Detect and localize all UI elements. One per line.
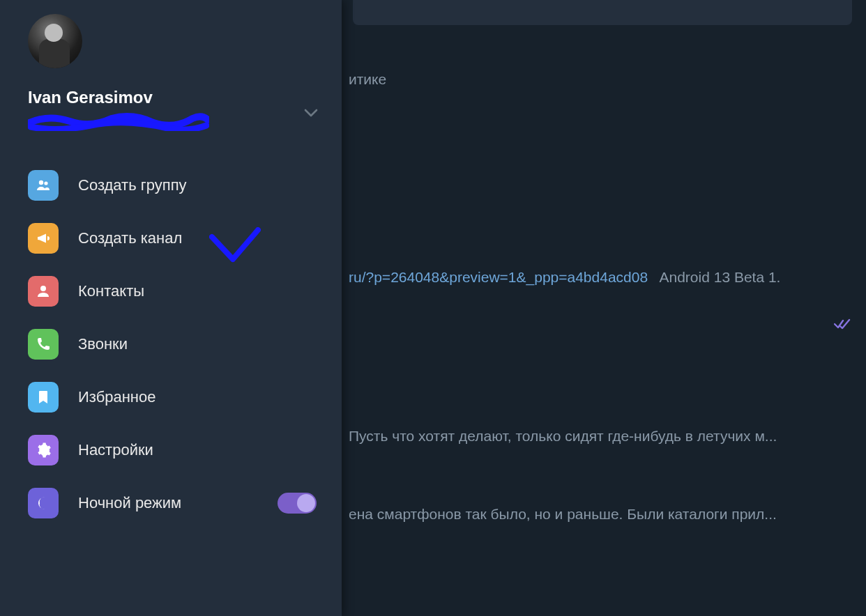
menu-label-settings: Настройки [78,441,153,459]
menu-item-calls[interactable]: Звонки [0,318,342,371]
chat-message-fragment-2: Пусть что хотят делают, только сидят где… [349,428,851,445]
gear-icon [28,435,59,465]
menu-label-calls: Звонки [78,335,128,353]
menu-label-saved: Избранное [78,388,156,406]
person-icon [28,276,59,307]
chat-link-title: Android 13 Beta 1. [659,269,780,285]
night-mode-toggle[interactable] [278,493,317,514]
moon-icon [28,488,59,518]
menu-label-contacts: Контакты [78,282,144,300]
svg-point-0 [39,180,43,185]
group-icon [28,170,59,201]
chat-header-strip [353,0,852,25]
menu-item-contacts[interactable]: Контакты [0,265,342,318]
menu-item-night-mode[interactable]: Ночной режим [0,477,342,530]
accounts-expand-button[interactable] [301,103,321,123]
read-checkmarks-icon [834,316,851,333]
bookmark-icon [28,382,59,413]
toggle-knob [297,494,315,512]
chat-message-fragment-1: итике [349,71,851,88]
menu-item-saved[interactable]: Избранное [0,371,342,424]
avatar[interactable] [28,14,82,68]
chat-link[interactable]: ru/?p=264048&preview=1&_ppp=a4bd4acd08 [349,269,648,285]
profile-subtitle-redacted [28,111,209,131]
chat-message-fragment-3: ена смартфонов так было, но и раньше. Бы… [349,506,851,523]
menu-item-settings[interactable]: Настройки [0,424,342,477]
chat-area: итике ru/?p=264048&preview=1&_ppp=a4bd4a… [342,0,866,616]
profile-block[interactable]: Ivan Gerasimov [0,7,342,138]
menu-item-create-group[interactable]: Создать группу [0,159,342,212]
profile-name: Ivan Gerasimov [28,88,325,107]
annotation-scribble [28,111,209,131]
svg-point-1 [44,181,47,185]
menu-label-night-mode: Ночной режим [78,494,181,512]
menu-label-create-channel: Создать канал [78,229,182,247]
menu-item-create-channel[interactable]: Создать канал [0,212,342,265]
svg-point-2 [40,286,46,291]
main-menu-drawer: Ivan Gerasimov Создать группу [0,0,342,616]
megaphone-icon [28,223,59,254]
chevron-down-icon [303,105,319,121]
chat-message-link-line[interactable]: ru/?p=264048&preview=1&_ppp=a4bd4acd08 A… [349,269,851,286]
menu-label-create-group: Создать группу [78,176,187,194]
phone-icon [28,329,59,360]
menu-list: Создать группу Создать канал Контакты Зв… [0,159,342,530]
